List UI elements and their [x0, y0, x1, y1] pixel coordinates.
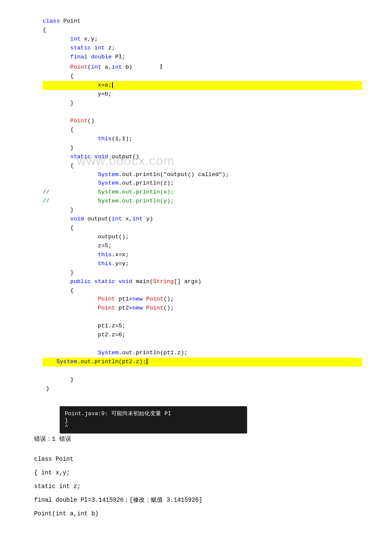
code-line-30: public static void main(String[] args) — [43, 278, 383, 286]
error-line-2: } — [65, 417, 242, 424]
plain-text-line2: static int z; — [34, 480, 383, 492]
code-line-blank-2 — [43, 313, 383, 322]
code-line-19: System.out.println(z); — [43, 179, 383, 188]
error-line-1: Point.java:9: 可能尚未初始化变量 PI — [65, 410, 242, 417]
error-section: Point.java:9: 可能尚未初始化变量 PI } ^ — [34, 402, 383, 434]
code-line-12: Point() — [43, 117, 383, 126]
code-line-41: } — [43, 376, 383, 384]
code-line-38: System.out.println(pt1.z); — [43, 349, 383, 358]
code-line-17: { — [43, 162, 383, 171]
code-line-1: class Point — [43, 17, 383, 26]
code-line-31: { — [43, 286, 383, 295]
code-line-blank-1 — [43, 108, 383, 117]
plain-text-class: class Point — [34, 453, 383, 465]
code-line-13: { — [43, 126, 383, 135]
code-line-39: System.out.println(pt2.z); — [43, 358, 362, 367]
plain-text-section: class Point { int x,y; static int z; fin… — [34, 453, 383, 520]
error-box: Point.java:9: 可能尚未初始化变量 PI } ^ — [60, 406, 247, 434]
code-line-20: // System.out.println(x); — [43, 188, 383, 197]
code-line-22: } — [43, 206, 383, 215]
code-line-21: // System.out.println(y); — [43, 197, 383, 206]
code-line-16: static void output() — [43, 153, 383, 162]
code-line-27: this.x=x; — [43, 251, 383, 260]
code-line-14: this(1,1); — [43, 135, 383, 144]
plain-text-line4: Point(int a,int b) — [34, 508, 383, 520]
code-line-26: z=5; — [43, 242, 383, 251]
code-line-28: this.y=y; — [43, 260, 383, 269]
code-line-25: output(); — [43, 233, 383, 242]
code-line-6: Point(int a,int b) I — [43, 62, 383, 72]
code-line-8: x=a; — [43, 81, 362, 90]
error-line-3: ^ — [65, 424, 242, 430]
code-line-24: { — [43, 224, 383, 233]
code-line-3: int x,y; — [43, 35, 383, 44]
plain-text-line3: final double PI=3.1415926；[修改：赋值 3.14159… — [34, 494, 383, 506]
code-line-7: { — [43, 72, 383, 81]
code-line-2: { — [43, 26, 383, 35]
code-line-33: Point pt2=new Point(); — [43, 304, 383, 313]
plain-text-line1: { int x,y; — [34, 467, 383, 479]
code-line-5: final double PI; — [43, 53, 383, 62]
error-count-label: 错误：1 错误 — [34, 435, 383, 443]
code-line-32: Point pt1=new Point(); — [43, 295, 383, 304]
code-line-blank-4 — [43, 367, 383, 376]
code-line-18: System.out.println("output() called"); — [43, 171, 383, 179]
code-line-35: pt1.z=5; — [43, 322, 383, 331]
code-line-9: y=b; — [43, 90, 383, 99]
code-line-29: } — [43, 269, 383, 278]
code-editor: class Point { int x,y; static int z; fin… — [43, 17, 383, 393]
code-line-42: } — [43, 384, 383, 393]
code-line-blank-3 — [43, 340, 383, 349]
code-line-10: } — [43, 99, 383, 108]
code-line-15: } — [43, 144, 383, 153]
code-line-36: pt2.z=6; — [43, 331, 383, 340]
code-line-23: void output(int x,int y) — [43, 215, 383, 224]
code-line-4: static int z; — [43, 44, 383, 53]
